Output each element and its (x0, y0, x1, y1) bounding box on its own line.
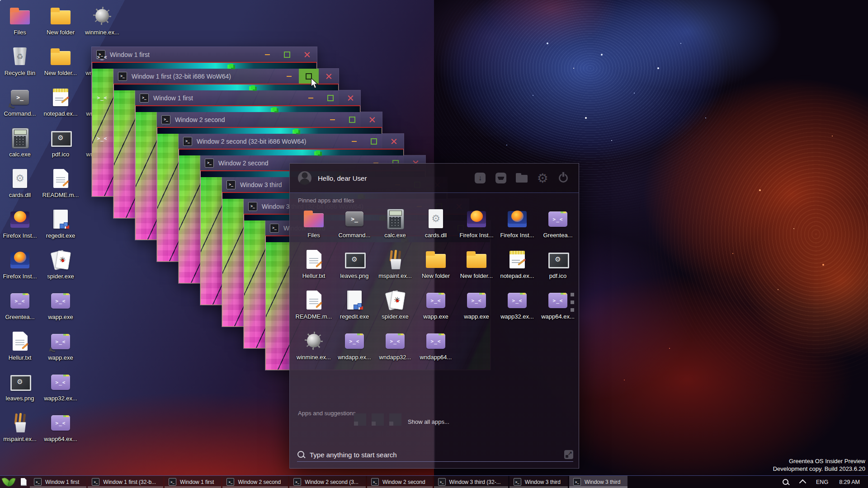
taskbar-button-icon (514, 478, 521, 486)
window-titlebar[interactable]: Window 1 first (92, 47, 317, 62)
taskbar-window-button[interactable]: Window 2 second (222, 476, 288, 488)
taskbar-button-label: Window 3 third (585, 479, 620, 485)
close-button[interactable] (384, 134, 404, 149)
greentea-leaf-logo-icon (2, 477, 16, 488)
app-icon (384, 289, 406, 311)
scroll-handle[interactable] (571, 293, 574, 312)
taskbar-window-button[interactable]: Window 2 second (3... (289, 476, 366, 488)
maximize-button[interactable] (277, 47, 297, 62)
window-controls (257, 47, 317, 62)
app-icon (384, 249, 406, 270)
minimize-button[interactable] (344, 134, 364, 149)
pinned-app[interactable]: README.m... (293, 286, 334, 327)
pinned-app[interactable]: Greentea... (538, 205, 578, 246)
menu-action-icon[interactable] (535, 171, 550, 185)
pinned-app[interactable]: wapp.exe (415, 286, 456, 327)
taskbar-window-button[interactable]: Window 1 first (32-b... (88, 476, 163, 488)
maximize-button[interactable] (364, 134, 384, 149)
quick-launch-document-icon[interactable] (18, 476, 29, 488)
pinned-app[interactable]: Hellur.txt (293, 246, 334, 286)
app-icon (303, 330, 325, 352)
pinned-app[interactable]: New folder (415, 246, 456, 286)
tray-language[interactable]: ENG (816, 479, 828, 485)
window-content-top-band (157, 128, 382, 134)
window-titlebar[interactable]: Window 1 first (32-bit i686 WoW64) (113, 69, 339, 84)
maximize-button[interactable] (321, 90, 340, 105)
suggestion-placeholder[interactable] (389, 413, 401, 426)
menu-action-icon[interactable] (494, 171, 508, 185)
pinned-app[interactable]: Command... (334, 205, 375, 246)
taskbar-window-button[interactable]: Window 1 first (30, 476, 86, 488)
suggestions-row (354, 413, 401, 426)
window-titlebar[interactable]: Window 2 second (157, 112, 382, 127)
desktop-screen: Files Recycle Bin Command... calc.e (0, 0, 868, 488)
greeting-text: Hello, dear User (318, 174, 367, 182)
user-avatar-icon[interactable] (298, 171, 311, 185)
pinned-app[interactable]: Files (293, 205, 334, 246)
tray-search-icon[interactable] (782, 479, 789, 486)
tray-chevron-up-icon[interactable] (799, 479, 807, 487)
window-content-top-band (114, 84, 338, 90)
pinned-app[interactable]: pdf.ico (538, 246, 578, 286)
pinned-app[interactable]: wndapp32... (375, 327, 415, 368)
menu-actions (473, 171, 571, 185)
pinned-app[interactable]: New folder... (456, 246, 497, 286)
app-label: Hellur.txt (302, 272, 326, 279)
pinned-app[interactable]: leaves.png (334, 246, 375, 286)
minimize-button[interactable] (301, 90, 321, 105)
app-label: leaves.png (340, 272, 369, 279)
menu-action-icon[interactable] (473, 171, 487, 185)
window-titlebar[interactable]: Window 2 second (32-bit i686 WoW64) (179, 134, 404, 149)
pinned-app[interactable]: regedit.exe (334, 286, 375, 327)
menu-action-icon[interactable] (556, 171, 571, 185)
expand-search-icon[interactable] (564, 450, 573, 459)
pinned-app[interactable]: cards.dll (415, 205, 456, 246)
taskbar-button-label: Window 1 first (180, 479, 214, 485)
minimize-button[interactable] (322, 112, 342, 127)
app-icon (506, 249, 528, 270)
tray-clock[interactable]: 8:29 AM (839, 479, 860, 485)
terminal-window-icon (118, 72, 127, 81)
app-label: wapp32.ex... (500, 313, 534, 320)
pinned-app[interactable]: calc.exe (375, 205, 415, 246)
pinned-app[interactable]: wndapp64... (415, 327, 456, 368)
taskbar-window-button[interactable]: Window 3 third (32-... (434, 476, 508, 488)
pinned-app[interactable]: notepad.ex... (497, 246, 538, 286)
pinned-app[interactable]: Firefox Inst... (456, 205, 497, 246)
taskbar-button-label: Window 3 third (32-... (449, 479, 501, 485)
pinned-app[interactable]: mspaint.ex... (375, 246, 415, 286)
menu-action-icon[interactable] (514, 171, 529, 185)
close-button[interactable] (319, 69, 339, 84)
window-titlebar[interactable]: Window 1 first (135, 90, 360, 105)
pinned-app[interactable]: winmine.ex... (293, 327, 334, 368)
pinned-app[interactable]: Firefox Inst... (497, 205, 538, 246)
maximize-button[interactable] (342, 112, 362, 127)
close-button[interactable] (340, 90, 360, 105)
minimize-button[interactable] (257, 47, 277, 62)
minimize-button[interactable] (279, 69, 299, 84)
pinned-app[interactable]: wapp32.ex... (497, 286, 538, 327)
taskbar-window-button[interactable]: Window 3 third (509, 476, 568, 488)
suggestions-section-label: Apps and suggestions (298, 410, 356, 417)
suggestion-placeholder[interactable] (372, 413, 384, 426)
suggestion-placeholder[interactable] (354, 413, 366, 426)
taskbar-window-button[interactable]: Window 3 third (569, 476, 627, 488)
terminal-window-icon (161, 115, 170, 124)
app-icon (547, 289, 569, 311)
taskbar-window-button[interactable]: Window 2 second (367, 476, 433, 488)
start-button[interactable] (0, 476, 18, 488)
taskbar-button-label: Window 2 second (238, 479, 281, 485)
window-content-top-band (179, 150, 403, 155)
pinned-app[interactable]: wapp.exe (456, 286, 497, 327)
close-button[interactable] (362, 112, 382, 127)
window-content-top-band (92, 63, 316, 69)
pinned-app[interactable]: wndapp.ex... (334, 327, 375, 368)
show-all-apps-link[interactable]: Show all apps... (408, 418, 449, 425)
pinned-app[interactable]: spider.exe (375, 286, 415, 327)
close-button[interactable] (297, 47, 317, 62)
taskbar-button-icon (169, 478, 176, 486)
search-input[interactable] (309, 450, 564, 459)
app-label: notepad.ex... (500, 272, 534, 279)
taskbar-button-icon (293, 478, 301, 486)
taskbar-window-button[interactable]: Window 1 first (165, 476, 221, 488)
